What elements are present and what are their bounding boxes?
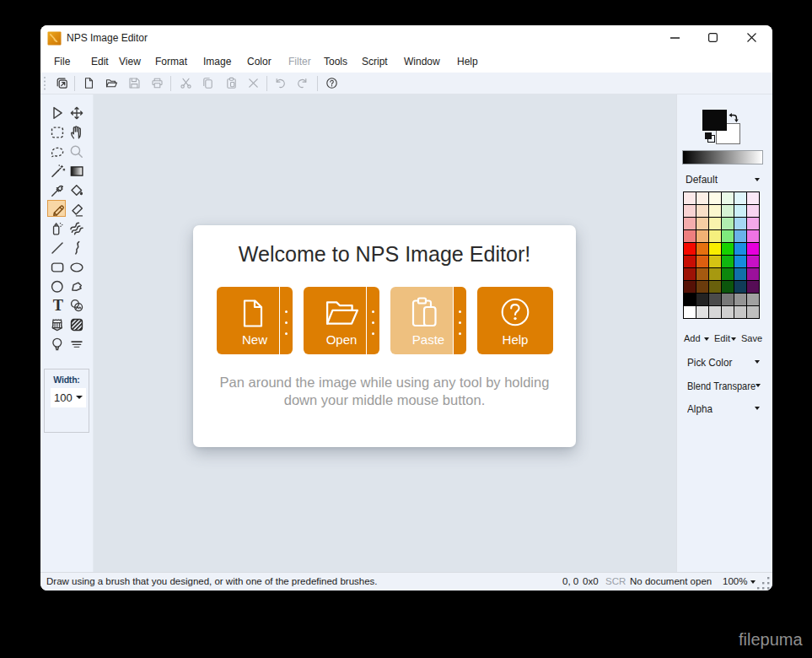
svg-text:T: T (53, 297, 63, 314)
